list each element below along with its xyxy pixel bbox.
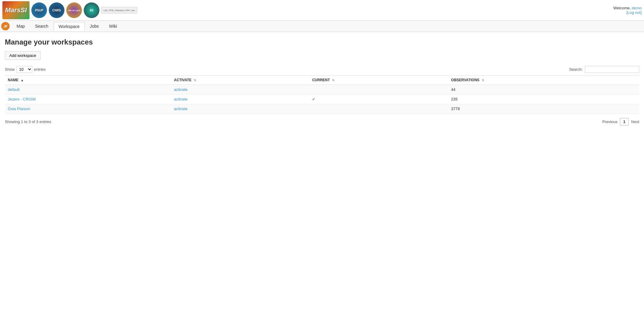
previous-label: Previous [602, 119, 617, 124]
cell-activate: activate [171, 85, 309, 94]
col-activate[interactable]: ACTIVATE ⇅ [171, 76, 309, 85]
user-info: Welcome, demo [Log out] [613, 6, 642, 15]
lgl-tpe-logo: LGL-TPE | Planets | ≡≡≡ | erc [101, 7, 137, 14]
cell-current [309, 85, 448, 94]
table-header-row: NAME ▲ ACTIVATE ⇅ CURRENT ⇅ OBSERVATIONS… [5, 76, 639, 85]
page-1-button[interactable]: 1 [620, 118, 629, 125]
nav-item-jobs[interactable]: Jobs [85, 22, 104, 31]
col-observations[interactable]: OBSERVATIONS ⇅ [448, 76, 639, 85]
cell-observations: 235 [448, 94, 639, 104]
header-logos: MarsSI PSUP CNRS obs de Lyon 6S LGL-TPE … [2, 1, 137, 19]
workspace-name-link[interactable]: default [8, 87, 20, 92]
cell-current [309, 104, 448, 114]
col-name[interactable]: NAME ▲ [5, 76, 171, 85]
nav-bar: 🪐 Map Search Workspace Jobs Wiki [0, 21, 644, 32]
workspace-name-link[interactable]: Jezero - CRISM [8, 97, 36, 101]
marssi-logo: MarsSI [2, 1, 30, 19]
workspace-name-link[interactable]: Oxia Planum [8, 107, 30, 111]
cell-current: ✓ [309, 94, 448, 104]
sort-icon-observations: ⇅ [482, 79, 484, 82]
cell-name: Jezero - CRISM [5, 94, 171, 104]
cell-name: default [5, 85, 171, 94]
activate-link[interactable]: activate [174, 97, 188, 101]
cell-observations: 3779 [448, 104, 639, 114]
entries-select[interactable]: 10 25 50 100 [17, 66, 32, 73]
6s-logo: 6S [84, 2, 99, 18]
logout-link[interactable]: [Log out] [626, 10, 642, 15]
col-current[interactable]: CURRENT ⇅ [309, 76, 448, 85]
sort-icon-current: ⇅ [332, 79, 334, 82]
pagination-area: Showing 1 to 3 of 3 entries Previous 1 N… [5, 118, 639, 125]
add-workspace-button[interactable]: Add workspace [5, 51, 41, 60]
nav-mars-icon: 🪐 [1, 22, 10, 30]
pagination-controls: Previous 1 Next [602, 118, 639, 125]
header: MarsSI PSUP CNRS obs de Lyon 6S LGL-TPE … [0, 0, 644, 21]
cell-activate: activate [171, 104, 309, 114]
table-row: Jezero - CRISMactivate✓235 [5, 94, 639, 104]
main-content: Manage your workspaces Add workspace Sho… [0, 32, 644, 132]
nav-item-workspace[interactable]: Workspace [54, 22, 85, 31]
psup-logo: PSUP [31, 2, 47, 18]
cell-activate: activate [171, 94, 309, 104]
user-link[interactable]: demo [632, 6, 642, 10]
table-controls: Show 10 25 50 100 entries Search: [5, 66, 639, 73]
activate-link[interactable]: activate [174, 87, 188, 92]
entries-label: entries [34, 67, 46, 72]
activate-link[interactable]: activate [174, 107, 188, 111]
cell-name: Oxia Planum [5, 104, 171, 114]
showing-text: Showing 1 to 3 of 3 entries [5, 119, 51, 124]
partner-logos: LGL-TPE | Planets | ≡≡≡ | erc [101, 7, 137, 14]
welcome-text: Welcome, [613, 6, 631, 10]
workspaces-table: NAME ▲ ACTIVATE ⇅ CURRENT ⇅ OBSERVATIONS… [5, 75, 639, 114]
table-row: defaultactivate44 [5, 85, 639, 94]
show-entries-control: Show 10 25 50 100 entries [5, 66, 46, 73]
table-row: Oxia Planumactivate3779 [5, 104, 639, 114]
cnrs-logo: CNRS [49, 2, 64, 18]
page-title: Manage your workspaces [5, 38, 639, 46]
search-control: Search: [569, 66, 639, 73]
show-label: Show [5, 67, 15, 72]
sort-icon-name: ▲ [21, 79, 24, 82]
sort-icon-activate: ⇅ [194, 79, 196, 82]
nav-item-search[interactable]: Search [30, 22, 53, 31]
search-label: Search: [569, 67, 583, 72]
nav-item-map[interactable]: Map [11, 22, 30, 31]
nav-item-wiki[interactable]: Wiki [104, 22, 122, 31]
table-body: defaultactivate44Jezero - CRISMactivate✓… [5, 85, 639, 114]
next-label: Next [631, 119, 639, 124]
obs-lyon-logo: obs de Lyon [66, 2, 82, 18]
cell-observations: 44 [448, 85, 639, 94]
search-input[interactable] [585, 66, 639, 73]
